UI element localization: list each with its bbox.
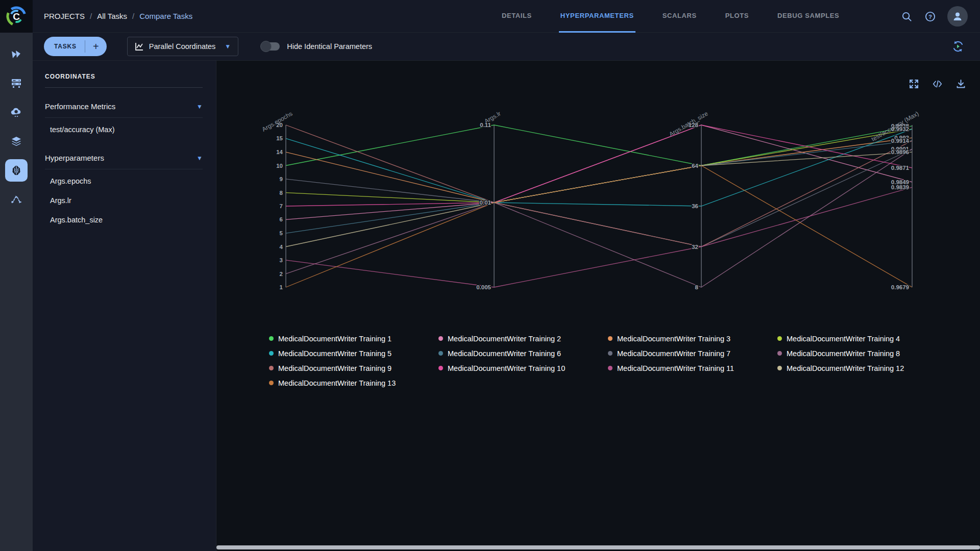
- hide-identical-toggle-wrap: Hide Identical Parameters: [261, 42, 372, 51]
- hide-identical-toggle[interactable]: [261, 42, 280, 51]
- run-line: [286, 152, 912, 246]
- tick-label: 5: [280, 230, 283, 236]
- axis-title-epochs: Args.epochs: [261, 110, 294, 133]
- legend-color-dot: [438, 351, 443, 356]
- server-rack-icon: [10, 77, 22, 89]
- axis-title-lr: Args.lr: [483, 110, 502, 124]
- svg-text:?: ?: [928, 13, 932, 19]
- legend-label: MedicalDocumentWriter Training 11: [617, 364, 734, 372]
- run-line: [286, 125, 912, 247]
- horizontal-scrollbar[interactable]: [216, 545, 980, 549]
- legend-label: MedicalDocumentWriter Training 3: [617, 335, 730, 343]
- coordinates-divider: [45, 87, 203, 88]
- rail-nav-server-rack[interactable]: [5, 72, 28, 94]
- chevron-down-icon: ▼: [215, 43, 231, 50]
- chart-line-icon: [135, 42, 144, 51]
- legend-color-dot: [608, 336, 612, 341]
- auto-refresh-icon[interactable]: [951, 40, 965, 53]
- svg-text:C: C: [13, 11, 20, 22]
- run-line: [286, 166, 912, 288]
- legend-item-training-12[interactable]: MedicalDocumentWriter Training 12: [777, 364, 947, 372]
- legend-label: MedicalDocumentWriter Training 10: [448, 364, 565, 372]
- breadcrumb-separator: /: [90, 12, 92, 20]
- tick-label: 9: [280, 176, 283, 182]
- tick-label: 14: [276, 149, 283, 155]
- legend-item-training-2[interactable]: MedicalDocumentWriter Training 2: [438, 335, 608, 343]
- tasks-selector[interactable]: TASKS +: [44, 37, 107, 56]
- coordinate-item-test-accuracy-max-[interactable]: test/accuracy (Max): [45, 120, 203, 139]
- rail-nav-fast-forward[interactable]: [5, 43, 28, 65]
- toggle-knob: [260, 41, 272, 52]
- rail-nav-layers[interactable]: [5, 130, 28, 153]
- legend-item-training-9[interactable]: MedicalDocumentWriter Training 9: [269, 364, 438, 372]
- legend-label: MedicalDocumentWriter Training 7: [617, 349, 730, 358]
- breadcrumb-all-tasks[interactable]: All Tasks: [97, 12, 127, 20]
- rail-nav-cloud-gear[interactable]: [5, 101, 28, 123]
- legend-color-dot: [608, 351, 612, 356]
- hide-identical-label: Hide Identical Parameters: [287, 42, 372, 51]
- legend-color-dot: [777, 336, 782, 341]
- tab-debug-samples[interactable]: DEBUG SAMPLES: [776, 0, 841, 33]
- legend-item-training-11[interactable]: MedicalDocumentWriter Training 11: [608, 364, 777, 372]
- legend-item-training-4[interactable]: MedicalDocumentWriter Training 4: [777, 335, 947, 343]
- clearml-logo[interactable]: C: [0, 0, 33, 33]
- clearml-logo-icon: C: [5, 5, 28, 28]
- add-task-button[interactable]: +: [85, 41, 107, 53]
- legend-color-dot: [269, 381, 274, 385]
- axis-title-batch_size: Args.batch_size: [668, 110, 709, 138]
- tick-label: 2: [280, 271, 283, 277]
- brain-icon: [10, 164, 22, 177]
- section-divider: [45, 117, 203, 118]
- profile-avatar[interactable]: [947, 6, 968, 27]
- breadcrumb: PROJECTS/All Tasks/Compare Tasks: [33, 12, 192, 20]
- section-label: Performance Metrics: [45, 102, 115, 111]
- tick-label: 8: [280, 190, 283, 196]
- breadcrumb-projects[interactable]: PROJECTS: [44, 12, 85, 20]
- legend-color-dot: [269, 336, 274, 341]
- tick-label: 8: [695, 284, 699, 290]
- tick-label: 3: [280, 257, 283, 263]
- coordinates-title: COORDINATES: [45, 73, 203, 80]
- rail-nav-brain[interactable]: [5, 159, 28, 182]
- section-items: test/accuracy (Max): [45, 120, 203, 139]
- rail-items: [0, 33, 33, 211]
- section-header-performance-metrics[interactable]: Performance Metrics▼: [45, 102, 203, 111]
- legend-item-training-10[interactable]: MedicalDocumentWriter Training 10: [438, 364, 608, 372]
- chevron-down-icon: ▼: [197, 155, 203, 162]
- run-line: [286, 129, 912, 203]
- rail-nav-pipeline[interactable]: [5, 188, 28, 211]
- help-icon[interactable]: ?: [924, 10, 936, 22]
- tick-label: 6: [280, 216, 283, 222]
- legend-color-dot: [777, 366, 782, 370]
- legend-item-training-3[interactable]: MedicalDocumentWriter Training 3: [608, 335, 777, 343]
- legend-item-training-6[interactable]: MedicalDocumentWriter Training 6: [438, 349, 608, 358]
- tasks-button-label[interactable]: TASKS: [44, 43, 85, 50]
- legend-item-training-1[interactable]: MedicalDocumentWriter Training 1: [269, 335, 438, 343]
- legend-item-training-5[interactable]: MedicalDocumentWriter Training 5: [269, 349, 438, 358]
- tick-label: 4: [280, 244, 283, 250]
- legend-item-training-7[interactable]: MedicalDocumentWriter Training 7: [608, 349, 777, 358]
- coordinate-item-args-batch-size[interactable]: Args.batch_size: [45, 210, 203, 230]
- legend-item-training-13[interactable]: MedicalDocumentWriter Training 13: [269, 379, 438, 387]
- breadcrumb-compare-tasks[interactable]: Compare Tasks: [139, 12, 192, 20]
- section-header-hyperparameters[interactable]: Hyperparameters▼: [45, 154, 203, 162]
- view-type-dropdown[interactable]: Parallel Coordinates ▼: [127, 37, 238, 56]
- header-tabs: DETAILSHYPERPARAMETERSSCALARSPLOTSDEBUG …: [500, 0, 841, 33]
- legend-label: MedicalDocumentWriter Training 5: [278, 349, 391, 358]
- tick-label: 0.005: [476, 284, 491, 290]
- tab-scalars[interactable]: SCALARS: [661, 0, 698, 33]
- tab-details[interactable]: DETAILS: [500, 0, 533, 33]
- pipeline-icon: [10, 193, 22, 206]
- legend-color-dot: [269, 366, 274, 370]
- search-icon[interactable]: [900, 10, 913, 22]
- section-divider: [45, 169, 203, 169]
- fast-forward-icon: [9, 47, 23, 61]
- coordinate-item-args-lr[interactable]: Args.lr: [45, 191, 203, 210]
- coordinate-item-args-epochs[interactable]: Args.epochs: [45, 171, 203, 191]
- tick-label: 0.01: [480, 199, 492, 206]
- legend-color-dot: [438, 366, 443, 370]
- legend-item-training-8[interactable]: MedicalDocumentWriter Training 8: [777, 349, 947, 358]
- tab-hyperparameters[interactable]: HYPERPARAMETERS: [559, 0, 635, 33]
- tab-plots[interactable]: PLOTS: [724, 0, 750, 33]
- tick-label: 0.9679: [891, 284, 909, 290]
